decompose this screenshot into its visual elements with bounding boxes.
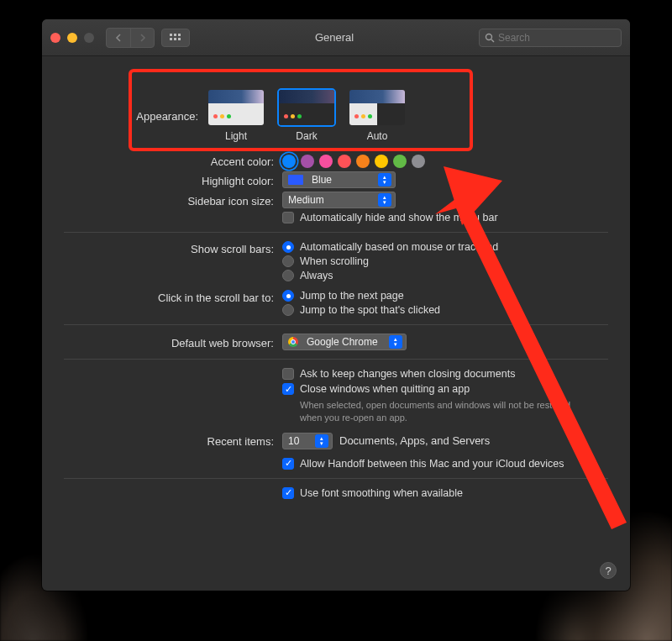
allow-handoff-label: Allow Handoff between this Mac and your … — [300, 458, 564, 470]
radio-icon — [282, 255, 294, 267]
dropdown-arrows-icon: ▴▾ — [389, 335, 402, 349]
titlebar: General — [42, 19, 630, 56]
minimize-window-button[interactable] — [67, 33, 77, 43]
recent-items-select[interactable]: 10 ▴▾ — [282, 433, 333, 449]
scroll-bars-option-label: Automatically based on mouse or trackpad — [300, 241, 498, 253]
divider — [64, 324, 608, 325]
svg-rect-5 — [178, 38, 181, 40]
close-windows-hint: When selected, open documents and window… — [300, 399, 585, 424]
search-icon — [485, 33, 495, 43]
allow-handoff-checkbox[interactable]: ✓ Allow Handoff between this Mac and you… — [282, 458, 608, 470]
radio-icon — [282, 241, 294, 253]
recent-items-suffix: Documents, Apps, and Servers — [339, 434, 490, 447]
sidebar-icon-size-label: Sidebar icon size: — [64, 193, 282, 208]
click-scroll-option-label: Jump to the next page — [300, 290, 404, 302]
accent-swatch[interactable] — [319, 155, 333, 168]
accent-color-label: Accent color: — [64, 154, 282, 168]
dropdown-arrows-icon: ▴▾ — [378, 193, 391, 207]
help-button[interactable]: ? — [600, 562, 617, 579]
font-smoothing-label: Use font smoothing when available — [300, 487, 463, 499]
click-scroll-option-label: Jump to the spot that's clicked — [300, 304, 440, 316]
highlight-color-label: Highlight color: — [64, 173, 282, 187]
appearance-option-auto[interactable]: Auto — [348, 88, 407, 142]
search-field[interactable] — [479, 29, 622, 47]
svg-rect-0 — [170, 34, 172, 36]
checkbox-icon: ✓ — [282, 458, 294, 470]
accent-swatch[interactable] — [375, 155, 388, 168]
show-scroll-bars-label: Show scroll bars: — [64, 241, 282, 255]
appearance-option-label: Light — [225, 130, 247, 142]
scroll-bars-option-label: When scrolling — [300, 255, 369, 267]
ask-keep-changes-label: Ask to keep changes when closing documen… — [300, 368, 515, 380]
nav-back-forward — [106, 28, 155, 48]
click-scroll-option[interactable]: Jump to the next page — [282, 290, 608, 302]
checkbox-icon — [282, 212, 294, 223]
auto-hide-menu-checkbox[interactable]: Automatically hide and show the menu bar — [282, 212, 608, 223]
divider — [64, 232, 608, 233]
click-scroll-option[interactable]: Jump to the spot that's clicked — [282, 304, 608, 316]
ask-keep-changes-checkbox[interactable]: Ask to keep changes when closing documen… — [282, 368, 608, 380]
close-window-button[interactable] — [50, 33, 60, 43]
scroll-bars-option-label: Always — [300, 270, 333, 281]
search-input[interactable] — [498, 32, 624, 44]
scroll-bars-option[interactable]: When scrolling — [282, 255, 608, 267]
sidebar-icon-size-value: Medium — [288, 194, 373, 206]
sidebar-icon-size-select[interactable]: Medium ▴▾ — [282, 192, 396, 208]
preferences-window: General Appearance: Light Dark — [42, 19, 630, 591]
accent-swatch[interactable] — [338, 155, 351, 168]
scroll-bars-option[interactable]: Always — [282, 270, 608, 281]
recent-items-label: Recent items: — [64, 433, 282, 448]
appearance-option-label: Dark — [296, 130, 317, 142]
radio-icon — [282, 270, 294, 281]
appearance-options: Light Dark Auto — [207, 88, 608, 142]
default-browser-label: Default web browser: — [64, 335, 282, 349]
svg-rect-1 — [174, 34, 176, 36]
svg-point-6 — [486, 34, 492, 39]
font-smoothing-checkbox[interactable]: ✓ Use font smoothing when available — [282, 487, 608, 499]
svg-rect-4 — [174, 38, 176, 40]
click-scroll-bar-label: Click in the scroll bar to: — [64, 290, 282, 304]
divider — [64, 359, 608, 360]
appearance-option-label: Auto — [367, 130, 388, 142]
checkbox-icon: ✓ — [282, 487, 294, 499]
auto-hide-menu-label: Automatically hide and show the menu bar — [300, 212, 498, 223]
radio-icon — [282, 304, 294, 316]
svg-line-7 — [491, 39, 494, 42]
accent-color-swatches — [282, 155, 608, 168]
radio-icon — [282, 290, 294, 302]
close-windows-label: Close windows when quitting an app — [300, 383, 470, 395]
forward-button[interactable] — [130, 29, 154, 47]
highlight-color-value: Blue — [312, 174, 373, 186]
appearance-label: Appearance: — [64, 108, 207, 123]
default-browser-select[interactable]: Google Chrome ▴▾ — [282, 334, 407, 350]
back-button[interactable] — [107, 29, 130, 47]
appearance-option-light[interactable]: Light — [207, 88, 265, 142]
close-windows-checkbox[interactable]: ✓ Close windows when quitting an app — [282, 383, 608, 395]
highlight-color-select[interactable]: Blue ▴▾ — [282, 171, 396, 188]
recent-items-value: 10 — [288, 435, 310, 447]
divider — [64, 478, 608, 479]
checkbox-icon — [282, 368, 294, 380]
svg-rect-2 — [178, 34, 181, 36]
accent-swatch[interactable] — [282, 155, 296, 168]
accent-swatch[interactable] — [412, 155, 425, 168]
traffic-lights — [50, 33, 94, 43]
show-all-button[interactable] — [161, 29, 190, 47]
accent-swatch[interactable] — [356, 155, 370, 168]
accent-swatch[interactable] — [301, 155, 314, 168]
checkbox-icon: ✓ — [282, 383, 294, 395]
zoom-window-button[interactable] — [84, 33, 94, 43]
dropdown-arrows-icon: ▴▾ — [378, 173, 391, 187]
dropdown-arrows-icon: ▴▾ — [315, 434, 328, 448]
window-title: General — [197, 31, 472, 44]
default-browser-value: Google Chrome — [307, 336, 384, 348]
chrome-icon — [288, 337, 298, 347]
highlight-swatch-icon — [288, 175, 303, 185]
content-area: Appearance: Light Dark Auto — [42, 56, 630, 591]
scroll-bars-option[interactable]: Automatically based on mouse or trackpad — [282, 241, 608, 253]
appearance-option-dark[interactable]: Dark — [277, 88, 336, 142]
accent-swatch[interactable] — [393, 155, 407, 168]
svg-rect-3 — [170, 38, 172, 40]
